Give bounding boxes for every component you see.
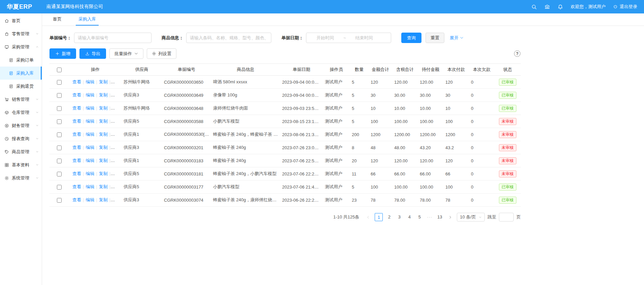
pagination: 1-10 共125条 12345···13 10 条/页 跳至 页 [49,213,521,221]
pager-page[interactable]: 4 [406,213,413,221]
row-action-edit[interactable]: 编辑 [86,158,94,163]
row-checkbox[interactable] [57,172,62,176]
row-action-view[interactable]: 查看 [72,132,81,137]
sidebar-subitem-purchase-return[interactable]: 采购退货 [0,80,42,93]
cell-bill-no: CGRK00000003201 [162,141,211,154]
sidebar-item-basic[interactable]: 基本资料 [0,158,42,171]
row-action-view[interactable]: 查看 [72,92,81,97]
column-settings-button[interactable]: 列设置 [147,48,176,59]
add-button[interactable]: 新增 [49,48,76,59]
sidebar-item-report[interactable]: 报表查询 [0,132,42,145]
date-separator: ~ [343,35,346,40]
tab-purchase-in[interactable]: 采购入库 [76,13,99,26]
row-action-edit[interactable]: 编辑 [86,132,94,137]
page-size-select[interactable]: 10 条/页 [457,213,485,221]
cell-goods: 蜂蜜柚子茶 240g，康师傅红烧牛肉... [211,194,280,207]
sidebar-item-finance[interactable]: 财务管理 [0,119,42,132]
row-action-copy[interactable]: 复制 [99,119,108,124]
sidebar-item-home[interactable]: 首页 [0,14,42,27]
row-action-view[interactable]: 查看 [72,184,81,189]
date-start-input[interactable] [308,35,342,40]
row-checkbox[interactable] [57,159,62,163]
row-action-view[interactable]: 查看 [72,119,81,124]
next-page-button[interactable] [446,213,454,221]
cell-tax-total: 120.00 [392,76,418,89]
action-divider: | [83,171,84,176]
row-checkbox[interactable] [57,132,62,137]
row-action-view[interactable]: 查看 [72,197,81,202]
row-action-view[interactable]: 查看 [72,106,81,111]
pager-page[interactable]: 13 [436,213,443,221]
row-action-view[interactable]: 查看 [72,145,81,150]
row-checkbox[interactable] [57,185,62,190]
help-icon[interactable]: ? [514,50,520,57]
row-checkbox[interactable] [57,93,62,98]
sidebar-item-warehouse[interactable]: 仓库管理 [0,106,42,119]
chevron-down-icon [36,163,39,166]
table-row: 查看|编辑|复制|删除供应商3CGRK00000003201蜂蜜柚子茶 240g… [49,141,521,154]
bell-icon[interactable] [557,4,563,10]
search-button[interactable]: 查询 [401,33,421,43]
goods-input[interactable] [186,33,271,43]
row-action-edit[interactable]: 编辑 [86,119,94,124]
reset-button[interactable]: 重置 [426,33,444,43]
date-range-picker[interactable]: ~ [306,33,391,43]
row-checkbox[interactable] [57,198,62,203]
cell-due: 10.00 [418,102,443,115]
bill-no-input[interactable] [74,33,151,43]
tab-home[interactable]: 首页 [50,13,64,26]
row-action-copy[interactable]: 复制 [99,158,108,163]
row-action-copy[interactable]: 复制 [99,171,108,176]
sidebar-item-retail[interactable]: 零售管理 [0,27,42,40]
pager-page[interactable]: 3 [396,213,403,221]
row-action-edit[interactable]: 编辑 [86,197,94,202]
row-action-copy[interactable]: 复制 [99,184,108,189]
row-checkbox[interactable] [57,119,62,124]
row-action-copy[interactable]: 复制 [99,79,108,84]
row-action-edit[interactable]: 编辑 [86,171,94,176]
row-action-edit[interactable]: 编辑 [86,92,94,97]
cell-due: 43.20 [418,141,443,154]
sidebar-item-system[interactable]: 系统管理 [0,171,42,185]
cell-qty: 5 [350,102,369,115]
expand-link[interactable]: 展开 [450,35,464,41]
row-action-view[interactable]: 查看 [72,171,81,176]
sidebar-item-sales[interactable]: 销售管理 [0,93,42,106]
cell-tax-total: 120.00 [392,154,418,167]
pager-page[interactable]: 5 [416,213,423,221]
row-action-copy[interactable]: 复制 [99,92,108,97]
row-action-edit[interactable]: 编辑 [86,184,94,189]
prev-page-button[interactable] [364,213,372,221]
row-action-view[interactable]: 查看 [72,158,81,163]
row-action-copy[interactable]: 复制 [99,106,108,111]
row-action-copy[interactable]: 复制 [99,132,108,137]
row-action-edit[interactable]: 编辑 [86,106,94,111]
logout-button[interactable]: 退出登录 [613,4,637,10]
sidebar-subitem-purchase-order[interactable]: 采购订单 [0,53,42,67]
status-badge: 已审核 [499,197,516,204]
row-actions: 查看|编辑|复制|删除 [69,76,122,89]
sidebar-subitem-purchase-in[interactable]: 采购入库 [0,67,42,80]
cell-operator: 测试用户 [323,89,350,102]
date-end-input[interactable] [347,35,381,40]
row-checkbox[interactable] [57,146,62,150]
cell-due: 30.00 [418,89,443,102]
select-all-checkbox[interactable] [57,68,62,72]
row-action-view[interactable]: 查看 [72,79,81,84]
row-action-edit[interactable]: 编辑 [86,145,94,150]
bank-icon[interactable] [544,4,550,10]
row-action-copy[interactable]: 复制 [99,145,108,150]
row-checkbox[interactable] [57,80,62,85]
cell-date: 2023-08-06 21:30:46 [280,128,323,141]
sidebar-item-goods[interactable]: 商品管理 [0,145,42,158]
jump-page-input[interactable] [499,213,514,221]
export-button[interactable]: 导出 [79,48,106,59]
row-action-copy[interactable]: 复制 [99,197,108,202]
batch-operations-button[interactable]: 批量操作 [109,48,143,59]
sidebar-item-purchase[interactable]: 采购管理 [0,40,42,53]
row-action-edit[interactable]: 编辑 [86,79,94,84]
row-checkbox[interactable] [57,106,62,111]
pager-page-current[interactable]: 1 [375,213,383,221]
pager-page[interactable]: 2 [385,213,393,221]
search-icon[interactable] [531,4,537,10]
